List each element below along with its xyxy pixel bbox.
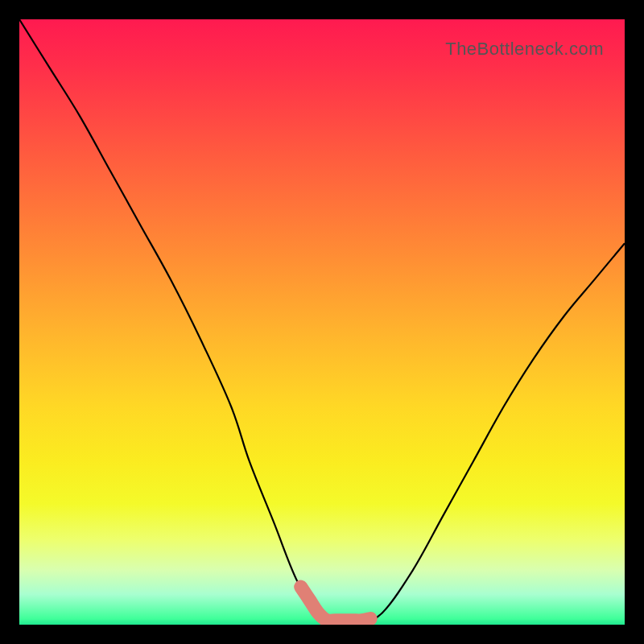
watermark-label: TheBottleneck.com — [445, 39, 604, 60]
optimal-range-marker — [19, 19, 625, 625]
plot-area: TheBottleneck.com — [19, 19, 625, 625]
chart-frame: TheBottleneck.com — [0, 0, 644, 644]
